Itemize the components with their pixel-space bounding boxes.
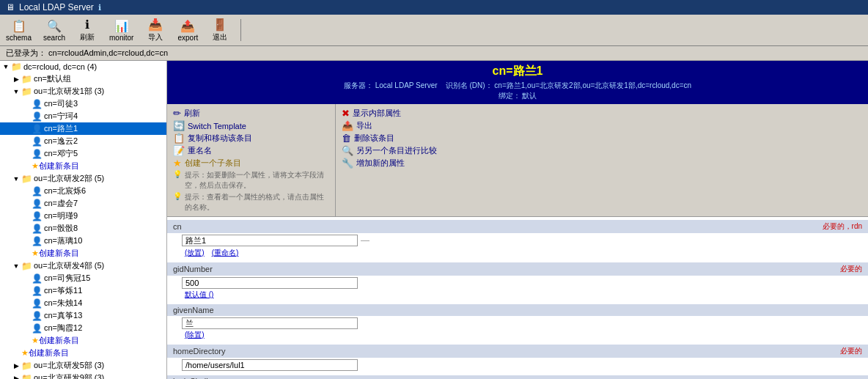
hint1-text: 提示：如要删除一个属性，请将文本字段清空，然后点击保存。 <box>185 170 329 191</box>
attr-gidnumber-body: 默认值 () <box>167 276 868 303</box>
ou5-folder-icon: 📁 <box>21 361 32 371</box>
attr-cn-reset-link[interactable]: (放置) <box>185 248 205 258</box>
monitor-button[interactable]: 📊 monitor <box>106 18 136 43</box>
user15-icon: 👤 <box>32 323 43 334</box>
action-create-child[interactable]: ★ 创建一个子条目 <box>173 157 329 169</box>
action-right: ✖ 显示内部属性 📤 导出 🗑 删除该条目 🔍 另另一个条目进行比较 🔧 <box>336 104 868 216</box>
tree-item-user13[interactable]: ▶ 👤 cn=朱烛14 <box>0 297 166 309</box>
ou2-folder-icon: 📁 <box>21 174 32 184</box>
sidebar: ▼ 📁 dc=rcloud, dc=cn (4) ▶ 📁 cn=默认组 ▼ 📁 … <box>0 61 167 379</box>
tree-item-user14[interactable]: ▶ 👤 cn=真筝13 <box>0 309 166 322</box>
new-ou1-label: 创建新条目 <box>39 161 79 172</box>
attr-homedirectory-input[interactable] <box>182 359 358 371</box>
tree-item-user2[interactable]: ▶ 👤 cn=宁珂4 <box>0 110 166 122</box>
action-panel: ✏ 刷新 🔄 Switch Template 📋 复制和移动该条目 📝 重名名 … <box>167 104 868 217</box>
tree-item-ou1[interactable]: ▼ 📁 ou=北京研发1部 (3) <box>0 85 166 97</box>
tree-item-ou3[interactable]: ▼ 📁 ou=北京研发4部 (5) <box>0 260 166 272</box>
action-compare[interactable]: 🔍 另另一个条目进行比较 <box>342 144 862 157</box>
attr-givenname-input[interactable] <box>182 317 358 329</box>
search-button[interactable]: 🔍 search <box>40 18 68 43</box>
export-action-icon: 📤 <box>342 120 353 131</box>
user5-icon: 👤 <box>32 149 43 159</box>
action-export[interactable]: 📤 导出 <box>342 119 862 132</box>
action-rename[interactable]: 📝 重名名 <box>173 144 329 157</box>
action-left: ✏ 刷新 🔄 Switch Template 📋 复制和移动该条目 📝 重名名 … <box>167 104 336 216</box>
refresh-button[interactable]: ℹ 刷新 <box>74 16 100 44</box>
attr-cn-header[interactable]: cn 必要的，rdn <box>167 220 868 233</box>
attr-loginshell: loginShell <box>167 375 868 379</box>
tree-item-user15[interactable]: ▶ 👤 cn=陶霞12 <box>0 322 166 334</box>
attr-gidnumber-required: 必要的 <box>840 264 862 274</box>
tree-item-user7[interactable]: ▶ 👤 cn=虚会7 <box>0 197 166 210</box>
tree-item-user6[interactable]: ▶ 👤 cn=北宸烁6 <box>0 185 166 197</box>
tree-item-user9[interactable]: ▶ 👤 cn=骰骰8 <box>0 222 166 235</box>
attr-givenname-name: givenName <box>173 306 214 314</box>
attr-gidnumber-input[interactable] <box>182 277 358 289</box>
tree-item-ou2[interactable]: ▼ 📁 ou=北京研发2部 (5) <box>0 172 166 185</box>
copy-move-label: 复制和移动该条目 <box>188 133 252 144</box>
user7-label: cn=虚会7 <box>44 198 78 209</box>
tree-item-user5[interactable]: ▶ 👤 cn=邓宁5 <box>0 147 166 160</box>
ou1-expand[interactable]: ▼ <box>12 87 21 96</box>
user11-label: cn=司隽冠15 <box>44 273 90 284</box>
exit-button[interactable]: 🚪 退出 <box>207 16 233 44</box>
attr-homedirectory: homeDirectory 必要的 <box>167 345 868 374</box>
import-button[interactable]: 📥 导入 <box>142 16 169 44</box>
attr-givenname-header[interactable]: givenName <box>167 304 868 316</box>
action-refresh[interactable]: ✏ 刷新 <box>173 107 329 119</box>
tree-item-user12[interactable]: ▶ 👤 cn=筝烁11 <box>0 284 166 297</box>
tree-item-luluan[interactable]: ▶ 👤 cn=路兰1 <box>0 122 166 135</box>
action-copy-move[interactable]: 📋 复制和移动该条目 <box>173 132 329 144</box>
rename-label: 重名名 <box>188 145 212 156</box>
path-label: 已登录为： <box>6 48 46 57</box>
tree-new-root[interactable]: ▶ ★ 创建新条目 <box>0 347 166 359</box>
ou3-expand[interactable]: ▼ <box>12 262 21 271</box>
header-bar: cn=路兰1 服务器： Local LDAP Server 识别名 (DN)： … <box>167 61 868 104</box>
tree-item-user10[interactable]: ▶ 👤 cn=蒸璃10 <box>0 235 166 247</box>
action-add-attr[interactable]: 🔧 增加新的属性 <box>342 157 862 169</box>
tree-item-defaults[interactable]: ▶ 📁 cn=默认组 <box>0 73 166 85</box>
tree-root[interactable]: ▼ 📁 dc=rcloud, dc=cn (4) <box>0 61 166 73</box>
user6-label: cn=北宸烁6 <box>44 185 86 196</box>
tree-new-ou3[interactable]: ▶ ★ 创建新条目 <box>0 334 166 347</box>
tree-item-user11[interactable]: ▶ 👤 cn=司隽冠15 <box>0 272 166 284</box>
attr-gidnumber-header[interactable]: gidNumber 必要的 <box>167 262 868 276</box>
luluan-icon: 👤 <box>32 124 43 134</box>
tree-item-user4[interactable]: ▶ 👤 cn=逸云2 <box>0 135 166 147</box>
action-refresh-icon: ✏ <box>173 108 181 119</box>
root-expand[interactable]: ▼ <box>1 62 10 71</box>
user10-icon: 👤 <box>32 236 43 246</box>
monitor-label: monitor <box>109 34 133 42</box>
defaults-expand[interactable]: ▶ <box>12 75 21 84</box>
ou2-expand[interactable]: ▼ <box>12 174 21 183</box>
tree-item-ou9[interactable]: ▶ 📁 ou=北京研发9部 (3) <box>0 372 166 379</box>
ou9-expand[interactable]: ▶ <box>12 374 21 380</box>
tree-item-user8[interactable]: ▶ 👤 cn=明瑾9 <box>0 210 166 222</box>
hint1-icon: 💡 <box>173 170 182 178</box>
attr-givenname-clear-link[interactable]: (除置) <box>185 331 205 339</box>
tree-new-ou2[interactable]: ▶ ★ 创建新条目 <box>0 247 166 260</box>
user11-icon: 👤 <box>32 273 43 284</box>
action-show-internal[interactable]: ✖ 显示内部属性 <box>342 107 862 119</box>
ou5-label: ou=北京研发5部 (3) <box>34 360 104 371</box>
user12-icon: 👤 <box>32 286 43 296</box>
ou5-expand[interactable]: ▶ <box>12 361 21 370</box>
attr-cn-body: — (放置) (重命名) <box>167 233 868 261</box>
export-toolbar-button[interactable]: 📤 export <box>174 18 201 43</box>
attr-gidnumber: gidNumber 必要的 默认值 () <box>167 262 868 303</box>
action-switch-template[interactable]: 🔄 Switch Template <box>173 119 329 132</box>
ou9-label: ou=北京研发9部 (3) <box>34 372 104 379</box>
attr-homedirectory-header[interactable]: homeDirectory 必要的 <box>167 345 868 358</box>
attr-cn-input[interactable] <box>182 235 358 246</box>
user2-icon: 👤 <box>32 111 43 122</box>
attr-cn-rename-link[interactable]: (重命名) <box>212 248 239 258</box>
toolbar: 📋 schema 🔍 search ℹ 刷新 📊 monitor 📥 导入 📤 … <box>0 15 868 46</box>
tree-new-ou1[interactable]: ▶ ★ 创建新条目 <box>0 160 166 172</box>
attr-loginshell-header[interactable]: loginShell <box>167 375 868 379</box>
tree-item-user1[interactable]: ▶ 👤 cn=司徒3 <box>0 97 166 110</box>
path-bar: 已登录为： cn=rcloudAdmin,dc=rcloud,dc=cn <box>0 46 868 61</box>
action-delete[interactable]: 🗑 删除该条目 <box>342 132 862 144</box>
schema-button[interactable]: 📋 schema <box>3 18 34 43</box>
tree-item-ou5[interactable]: ▶ 📁 ou=北京研发5部 (3) <box>0 359 166 372</box>
attr-gidnumber-default-link[interactable]: 默认值 () <box>185 290 213 298</box>
